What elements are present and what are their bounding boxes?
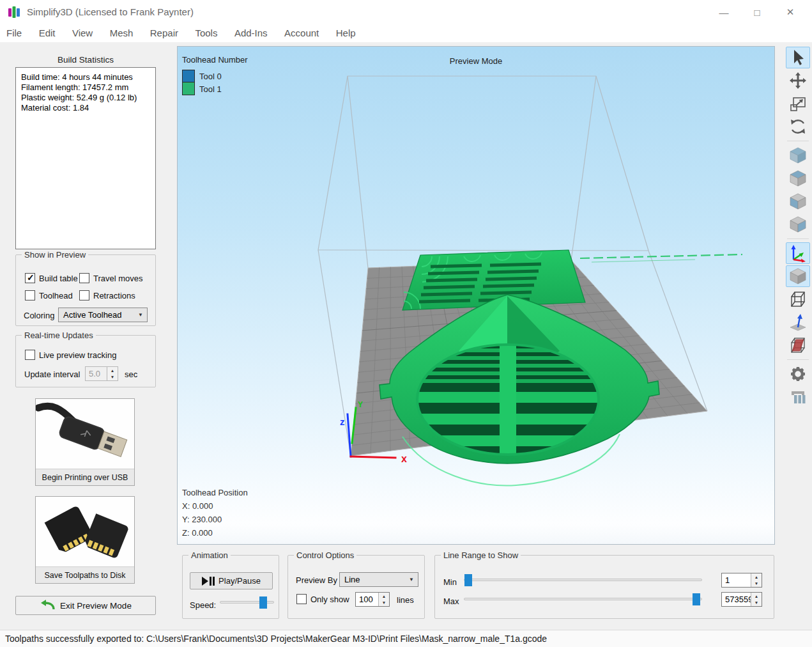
update-interval-spinner[interactable]: 5.0 ▲▼ [85,366,118,381]
top-view-button[interactable] [786,168,810,189]
solid-cube-icon [788,267,808,286]
cross-section-button[interactable] [786,334,810,356]
menu-account[interactable]: Account [277,24,326,38]
max-label: Max [443,596,459,606]
menu-view[interactable]: View [65,24,100,38]
show-in-preview-group: Show in Preview Build table Travel moves… [15,254,156,326]
toolhead-legend-title: Toolhead Number [182,55,248,65]
rotate-tool-button[interactable] [786,116,810,137]
tool0-color-swatch [182,70,195,82]
front-view-button[interactable] [786,191,810,212]
rotate-icon [788,117,808,136]
min-line-spinner[interactable]: 1 ▲▼ [721,573,762,588]
app-logo-icon [7,5,21,19]
max-line-slider[interactable] [464,593,702,605]
maximize-button[interactable]: □ [740,0,774,24]
begin-printing-usb-label: Begin Printing over USB [36,469,134,485]
menu-tools[interactable]: Tools [188,24,224,38]
stat-material-cost: Material cost: 1.84 [21,103,150,113]
checkbox-build-table-box[interactable] [25,273,35,283]
min-line-slider[interactable] [464,574,702,586]
play-pause-button[interactable]: Play/Pause [190,572,273,589]
window-title: Simplify3D (Licensed to Frank Paynter) [27,6,194,17]
status-bar: Toolpaths successfully exported to: C:\U… [0,630,812,647]
sd-cards-image [36,497,134,566]
save-toolpaths-label: Save Toolpaths to Disk [36,566,134,583]
max-line-spinner[interactable]: 573559 ▲▼ [721,592,762,607]
machine-settings-button[interactable] [786,363,810,385]
support-structures-button[interactable] [786,386,810,408]
tool1-color-swatch [182,82,195,95]
3d-scene[interactable]: z Y x [178,47,774,544]
checkbox-toolhead[interactable]: Toolhead [25,290,73,300]
build-statistics-box: Build time: 4 hours 44 minutes Filament … [15,67,156,249]
solid-view-button[interactable] [786,265,810,287]
axes-icon [788,244,808,263]
menu-mesh[interactable]: Mesh [103,24,141,38]
wireframe-view-button[interactable] [786,288,810,310]
z-axis-label: z [340,416,345,427]
begin-printing-usb-button[interactable]: Begin Printing over USB [35,398,135,486]
select-tool-button[interactable] [786,47,810,68]
speed-slider-handle[interactable] [259,596,267,609]
menu-help[interactable]: Help [329,24,363,38]
default-view-button[interactable] [786,144,810,166]
checkbox-live-preview-tracking[interactable]: Live preview tracking [25,350,116,360]
checkbox-build-table[interactable]: Build table [25,273,78,283]
menu-repair[interactable]: Repair [143,24,185,38]
toolhead-position-x: X: 0.000 [182,501,248,515]
menu-edit[interactable]: Edit [32,24,63,38]
update-interval-label: Update interval [24,370,80,379]
exit-preview-mode-button[interactable]: Exit Preview Mode [15,596,156,615]
menu-add-ins[interactable]: Add-Ins [227,24,275,38]
surface-normals-button[interactable] [786,311,810,333]
checkbox-retractions-box[interactable] [79,290,89,300]
y-axis-label: Y [358,400,363,409]
prime-line [580,254,742,262]
preview-by-dropdown[interactable]: Line [339,572,418,587]
minimize-button[interactable]: — [707,0,740,24]
preview-viewport[interactable]: z Y x Toolhead Number Tool 0 Tool 1 Prev… [177,46,775,545]
checkbox-only-show-box[interactable] [296,594,307,604]
cross-section-icon [788,336,808,355]
checkbox-travel-moves[interactable]: Travel moves [79,273,143,283]
lines-unit-label: lines [397,595,414,605]
exit-arrow-icon [40,600,55,611]
save-toolpaths-button[interactable]: Save Toolpaths to Disk [35,496,135,584]
stat-plastic-weight: Plastic weight: 52.49 g (0.12 lb) [21,93,150,103]
view-toolbar [784,46,812,630]
checkbox-toolhead-box[interactable] [25,290,35,300]
max-spinner-arrows[interactable]: ▲▼ [751,593,762,606]
update-interval-spinner-arrows[interactable]: ▲▼ [107,367,118,380]
move-tool-button[interactable] [786,70,810,91]
close-button[interactable]: ✕ [774,0,807,24]
toolbar-separator [787,141,809,141]
min-slider-handle[interactable] [464,574,472,586]
max-slider-handle[interactable] [693,593,700,605]
app-window: Simplify3D (Licensed to Frank Paynter) —… [0,0,812,647]
side-view-button[interactable] [786,214,810,235]
animation-group: Animation Play/Pause Speed: [182,555,279,619]
speed-slider[interactable] [220,596,274,609]
control-options-group: Control Options Preview By Line Only sho… [287,555,425,619]
checkbox-travel-moves-box[interactable] [79,273,89,283]
lines-spinner-arrows[interactable]: ▲▼ [378,593,389,606]
stat-filament-length: Filament length: 17457.2 mm [21,82,150,93]
toolhead-position-y: Y: 230.000 [182,515,248,528]
min-spinner-arrows[interactable]: ▲▼ [751,573,762,587]
realtime-updates-title: Real-time Updates [22,331,96,340]
usb-connector-image [36,399,134,469]
coordinate-axes-button[interactable] [786,242,810,264]
menu-file[interactable]: File [0,24,29,38]
coloring-dropdown[interactable]: Active Toolhead [58,308,148,322]
checkbox-only-show[interactable]: Only show [296,594,349,604]
update-interval-unit: sec [125,370,137,379]
checkbox-retractions[interactable]: Retractions [79,290,135,300]
animation-title: Animation [188,550,231,560]
line-range-group: Line Range to Show Min 1 ▲▼ Max 573559 ▲… [434,555,774,619]
line-range-title: Line Range to Show [441,550,521,560]
checkbox-live-preview-box[interactable] [25,350,35,360]
scale-tool-button[interactable] [786,93,810,114]
only-show-lines-spinner[interactable]: 100 ▲▼ [355,592,390,607]
move-icon [788,71,808,90]
